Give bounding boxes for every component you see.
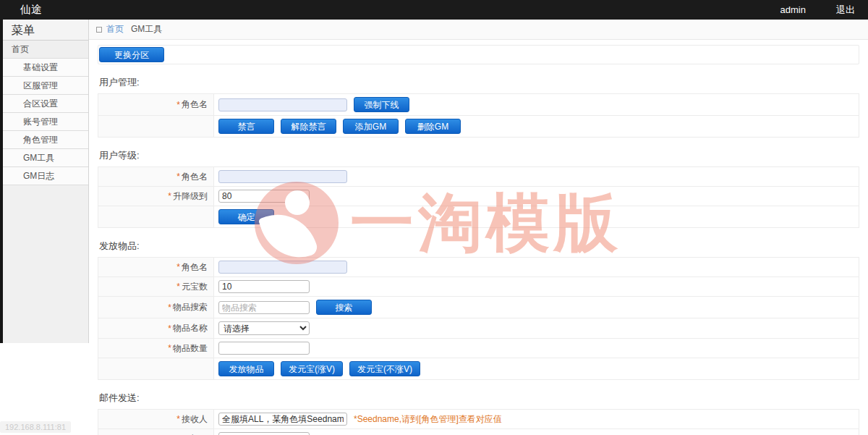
give-items-table: * 角色名 * 元宝数 * 物品搜索 搜索 <box>98 257 859 380</box>
receiver-label: * 接收人 <box>98 410 214 428</box>
confirm-button[interactable]: 确定 <box>218 209 274 224</box>
delete-gm-button[interactable]: 删除GM <box>405 119 461 134</box>
role-name-label: * 角色名 <box>98 94 214 115</box>
give-yuanbao-novip-button[interactable]: 发元宝(不涨V) <box>349 361 420 376</box>
current-user[interactable]: admin <box>780 4 806 15</box>
sidebar-item-role-mgmt[interactable]: 角色管理 <box>3 131 88 149</box>
role-name-label: * 角色名 <box>98 167 214 186</box>
table-row: 确定 <box>98 206 859 228</box>
subject-input[interactable] <box>218 432 310 435</box>
item-name-select[interactable]: 请选择 <box>218 321 310 335</box>
subject-label: * 标题 <box>98 429 214 435</box>
breadcrumb-square-icon <box>96 27 102 33</box>
unban-button[interactable]: 解除禁言 <box>281 119 336 134</box>
change-zone-button[interactable]: 更换分区 <box>99 47 164 62</box>
level-to-label: * 升降级到 <box>98 187 214 206</box>
section-title-user-level: 用户等级: <box>99 149 859 162</box>
app-brand: 仙途 <box>20 3 42 17</box>
logout-button[interactable]: 退出 <box>836 4 855 17</box>
force-offline-button[interactable]: 强制下线 <box>354 97 409 112</box>
required-mark: * <box>176 100 180 110</box>
sidebar-item-account-mgmt[interactable]: 账号管理 <box>3 113 88 131</box>
give-items-role-input[interactable] <box>218 261 347 274</box>
sidebar-item-home[interactable]: 首页 <box>3 41 88 59</box>
user-mgmt-table: * 角色名 强制下线 禁言 解除禁言 添加GM 删除GM <box>98 93 859 138</box>
breadcrumb-home-link[interactable]: 首页 <box>106 23 124 35</box>
table-row: * 元宝数 <box>98 277 859 297</box>
section-title-user-mgmt: 用户管理: <box>99 76 859 89</box>
section-title-mail: 邮件发送: <box>99 392 859 405</box>
top-bar: 仙途 admin 退出 <box>0 0 868 20</box>
give-yuanbao-vip-button[interactable]: 发元宝(涨V) <box>281 361 343 376</box>
sidebar: 菜单 首页 基础设置 区服管理 合区设置 账号管理 角色管理 GM工具 GM日志 <box>3 20 89 343</box>
table-row: * 物品名称 请选择 <box>98 318 859 339</box>
give-item-button[interactable]: 发放物品 <box>218 361 274 376</box>
table-row: * 角色名 <box>98 258 859 277</box>
user-level-role-input[interactable] <box>218 170 347 183</box>
sidebar-item-gm-logs[interactable]: GM日志 <box>3 167 88 185</box>
yuanbao-count-label: * 元宝数 <box>98 277 214 296</box>
mail-table: * 接收人 *Seedname,请到[角色管理]查看对应值 * 标题 内容 <box>98 409 859 435</box>
table-row: * 物品数量 <box>98 339 859 358</box>
table-row: * 角色名 强制下线 <box>98 94 859 116</box>
receiver-input[interactable] <box>218 413 347 426</box>
item-name-label: * 物品名称 <box>98 318 214 338</box>
table-row: * 接收人 *Seedname,请到[角色管理]查看对应值 <box>98 410 859 429</box>
ban-button[interactable]: 禁言 <box>218 119 274 134</box>
sidebar-item-gm-tools[interactable]: GM工具 <box>3 149 88 167</box>
item-search-label: * 物品搜索 <box>98 297 214 318</box>
sidebar-item-basic-settings[interactable]: 基础设置 <box>3 59 88 77</box>
breadcrumb: 首页 GM工具 <box>89 20 868 40</box>
table-row: 发放物品 发元宝(涨V) 发元宝(不涨V) <box>98 358 859 380</box>
breadcrumb-current: GM工具 <box>131 23 162 35</box>
main-content: 更换分区 用户管理: * 角色名 强制下线 禁言 解除禁言 添加GM 删除GM … <box>89 40 868 435</box>
section-title-give-items: 发放物品: <box>99 240 859 253</box>
sidebar-item-merge-settings[interactable]: 合区设置 <box>3 95 88 113</box>
search-button[interactable]: 搜索 <box>316 300 372 315</box>
table-row: * 升降级到 <box>98 187 859 206</box>
item-search-input[interactable] <box>218 301 310 314</box>
user-level-table: * 角色名 * 升降级到 确定 <box>98 166 859 228</box>
role-name-label: * 角色名 <box>98 258 214 276</box>
table-row: * 物品搜索 搜索 <box>98 297 859 318</box>
level-value-input[interactable] <box>218 190 310 203</box>
user-mgmt-role-input[interactable] <box>218 98 347 111</box>
add-gm-button[interactable]: 添加GM <box>343 119 399 134</box>
table-row: * 标题 <box>98 429 859 435</box>
sidebar-item-server-mgmt[interactable]: 区服管理 <box>3 77 88 95</box>
sidebar-title: 菜单 <box>3 20 88 41</box>
item-count-input[interactable] <box>218 342 310 355</box>
table-row: 禁言 解除禁言 添加GM 删除GM <box>98 116 859 138</box>
receiver-note: *Seedname,请到[角色管理]查看对应值 <box>354 413 502 426</box>
status-url: 192.168.8.111:81 <box>0 421 71 433</box>
table-row: * 角色名 <box>98 167 859 187</box>
zone-toolbar-row: 更换分区 <box>98 45 859 64</box>
yuanbao-count-input[interactable] <box>218 280 310 293</box>
item-count-label: * 物品数量 <box>98 339 214 358</box>
